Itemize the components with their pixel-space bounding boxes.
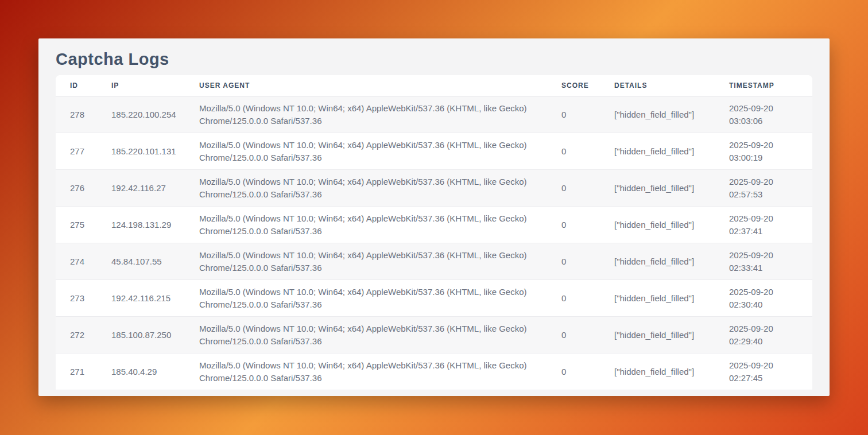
cell-user-agent: Mozilla/5.0 (Windows NT 10.0; Win64; x64… <box>199 243 561 280</box>
cell-timestamp: 2025-09-20 02:29:40 <box>729 317 812 354</box>
cell-score: 0 <box>561 243 614 280</box>
cell-ip: 185.100.87.250 <box>111 317 199 354</box>
cell-id: 276 <box>56 170 111 207</box>
cell-ip: 45.84.107.55 <box>111 243 199 280</box>
cell-timestamp: 2025-09-20 02:37:41 <box>729 207 812 243</box>
cell-details: ["hidden_field_filled"] <box>614 243 729 280</box>
cell-score: 0 <box>561 170 614 207</box>
cell-ip: 192.42.116.27 <box>111 170 199 207</box>
column-header-timestamp: TIMESTAMP <box>729 75 812 96</box>
cell-timestamp: 2025-09-20 02:30:40 <box>729 280 812 317</box>
cell-id: 274 <box>56 243 111 280</box>
table-row: 272 185.100.87.250 Mozilla/5.0 (Windows … <box>56 317 812 354</box>
table-row: 277 185.220.101.131 Mozilla/5.0 (Windows… <box>56 133 812 170</box>
cell-user-agent: Mozilla/5.0 (Windows NT 10.0; Win64; x64… <box>199 170 561 207</box>
column-header-ip: IP <box>111 75 199 96</box>
cell-score: 0 <box>561 207 614 243</box>
cell-score: 0 <box>561 280 614 317</box>
cell-details: ["hidden_field_filled"] <box>614 96 729 133</box>
cell-timestamp: 2025-09-20 02:33:41 <box>729 243 812 280</box>
cell-timestamp: 2025-09-20 03:00:19 <box>729 133 812 170</box>
captcha-logs-card: Captcha Logs ID IP USER AGENT SCORE DETA… <box>38 38 830 396</box>
cell-user-agent: Mozilla/5.0 (Windows NT 10.0; Win64; x64… <box>199 133 561 170</box>
table-row: 271 185.40.4.29 Mozilla/5.0 (Windows NT … <box>56 354 812 390</box>
cell-details: ["hidden_field_filled"] <box>614 317 729 354</box>
page-title: Captcha Logs <box>56 47 812 71</box>
cell-id: 272 <box>56 317 111 354</box>
cell-details: ["hidden_field_filled"] <box>614 207 729 243</box>
cell-user-agent: Mozilla/5.0 (Windows NT 10.0; Win64; x64… <box>199 317 561 354</box>
cell-ip: 124.198.131.29 <box>111 207 199 243</box>
table-row: 274 45.84.107.55 Mozilla/5.0 (Windows NT… <box>56 243 812 280</box>
table-row: 273 192.42.116.215 Mozilla/5.0 (Windows … <box>56 280 812 317</box>
cell-details: ["hidden_field_filled"] <box>614 170 729 207</box>
cell-timestamp: 2025-09-20 03:03:06 <box>729 96 812 133</box>
column-header-id: ID <box>56 75 111 96</box>
cell-ip: 185.40.4.29 <box>111 354 199 390</box>
cell-ip: 192.42.116.215 <box>111 280 199 317</box>
cell-id: 273 <box>56 280 111 317</box>
cell-id: 277 <box>56 133 111 170</box>
cell-details: ["hidden_field_filled"] <box>614 280 729 317</box>
cell-score: 0 <box>561 354 614 390</box>
column-header-user-agent: USER AGENT <box>199 75 561 96</box>
cell-score: 0 <box>561 317 614 354</box>
logs-table: ID IP USER AGENT SCORE DETAILS TIMESTAMP… <box>56 75 812 390</box>
table-row: 276 192.42.116.27 Mozilla/5.0 (Windows N… <box>56 170 812 207</box>
table-header-row: ID IP USER AGENT SCORE DETAILS TIMESTAMP <box>56 75 812 96</box>
cell-user-agent: Mozilla/5.0 (Windows NT 10.0; Win64; x64… <box>199 280 561 317</box>
column-header-score: SCORE <box>561 75 614 96</box>
column-header-details: DETAILS <box>614 75 729 96</box>
logs-table-container: ID IP USER AGENT SCORE DETAILS TIMESTAMP… <box>56 75 812 390</box>
cell-id: 278 <box>56 96 111 133</box>
cell-ip: 185.220.100.254 <box>111 96 199 133</box>
cell-score: 0 <box>561 96 614 133</box>
cell-details: ["hidden_field_filled"] <box>614 354 729 390</box>
cell-timestamp: 2025-09-20 02:27:45 <box>729 354 812 390</box>
table-row: 278 185.220.100.254 Mozilla/5.0 (Windows… <box>56 96 812 133</box>
cell-ip: 185.220.101.131 <box>111 133 199 170</box>
table-row: 275 124.198.131.29 Mozilla/5.0 (Windows … <box>56 207 812 243</box>
cell-id: 271 <box>56 354 111 390</box>
cell-score: 0 <box>561 133 614 170</box>
cell-user-agent: Mozilla/5.0 (Windows NT 10.0; Win64; x64… <box>199 354 561 390</box>
cell-user-agent: Mozilla/5.0 (Windows NT 10.0; Win64; x64… <box>199 207 561 243</box>
cell-details: ["hidden_field_filled"] <box>614 133 729 170</box>
cell-user-agent: Mozilla/5.0 (Windows NT 10.0; Win64; x64… <box>199 96 561 133</box>
table-body: 278 185.220.100.254 Mozilla/5.0 (Windows… <box>56 96 812 390</box>
cell-timestamp: 2025-09-20 02:57:53 <box>729 170 812 207</box>
cell-id: 275 <box>56 207 111 243</box>
